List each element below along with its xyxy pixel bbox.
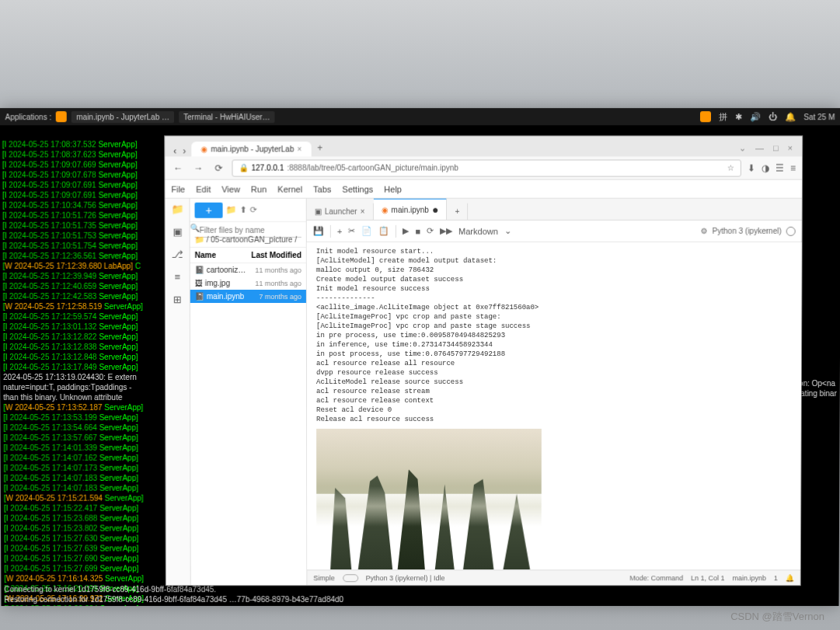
jupyter-menubar: FileEditViewRunKernelTabsSettingsHelp (165, 180, 802, 199)
lock-icon: 🔒 (239, 163, 248, 172)
menu-settings[interactable]: Settings (342, 184, 373, 193)
menu-view[interactable]: View (221, 184, 240, 193)
file-browser: + 📁 ⬆ ⟳ 🔍 📁 / 05-cartoonGAN_picture / Na… (190, 199, 307, 586)
modified-column-header[interactable]: Last Modified (251, 251, 301, 259)
menu-kernel[interactable]: Kernel (277, 184, 302, 193)
cut-icon[interactable]: ✂ (348, 226, 355, 236)
new-tab-button[interactable]: + (311, 139, 329, 156)
taskbar-item-terminal[interactable]: Terminal - HwHiAIUser… (179, 111, 274, 123)
nav-back-icon[interactable]: ← (171, 162, 185, 173)
chevron-down-icon[interactable]: ⌄ (504, 226, 511, 236)
tab-label: main.ipynb (391, 205, 428, 214)
menu-tabs[interactable]: Tabs (313, 184, 331, 193)
power-icon[interactable]: ⏻ (769, 112, 777, 121)
browser-toolbar: ← → ⟳ 🔒 127.0.0.1 :8888/lab/tree/05-cart… (165, 156, 802, 179)
window-chevron-icon[interactable]: ⌄ (739, 143, 746, 153)
close-icon[interactable]: × (361, 207, 365, 216)
file-modified: 11 months ago (255, 266, 301, 273)
file-name: cartooniz… (207, 266, 246, 274)
search-icon: 🔍 (190, 224, 298, 232)
menu-icon[interactable]: ≡ (790, 162, 796, 173)
document-tabs: ▣Launcher×◉main.ipynb●+ (307, 199, 802, 221)
extensions-icon[interactable]: ☰ (776, 162, 784, 173)
url-bar[interactable]: 🔒 127.0.0.1 :8888/lab/tree/05-cartoonGAN… (232, 159, 741, 176)
stop-icon[interactable]: ■ (415, 226, 420, 235)
upload-icon[interactable]: ⬆ (240, 205, 247, 215)
clock[interactable]: Sat 25 M (803, 113, 835, 121)
new-launcher-button[interactable]: + (194, 202, 222, 218)
mode-indicator: Mode: Command (629, 574, 683, 582)
ime-indicator[interactable]: 拼 (719, 111, 727, 123)
new-folder-icon[interactable]: 📁 (226, 205, 237, 215)
simple-toggle[interactable]: Simple (313, 574, 334, 582)
photo-background: Applications : main.ipynb - JupyterLab …… (0, 0, 840, 630)
close-window-icon[interactable]: × (788, 143, 793, 153)
menu-edit[interactable]: Edit (196, 184, 211, 193)
file-name: img.jpg (205, 279, 230, 287)
main-area: ▣Launcher×◉main.ipynb●+ 💾 + ✂ 📄 📋 ▶ ■ ⟳ … (307, 199, 802, 586)
account-icon[interactable]: ◑ (762, 162, 769, 173)
save-icon[interactable]: 💾 (313, 226, 324, 236)
extension-icon[interactable]: ⊞ (173, 294, 182, 305)
document-tab[interactable]: ◉main.ipynb● (373, 199, 447, 220)
desktop-top-panel: Applications : main.ipynb - JupyterLab …… (0, 108, 840, 125)
kernel-switch-icon[interactable]: ⚙ (701, 227, 708, 235)
activity-bar: 📁 ▣ ⎇ ≡ ⊞ (165, 199, 190, 586)
menu-help[interactable]: Help (384, 184, 402, 193)
close-icon[interactable]: × (297, 144, 301, 153)
taskbar-item-jupyter[interactable]: main.ipynb - JupyterLab … (71, 111, 174, 123)
file-row[interactable]: 🖼img.jpg11 months ago (190, 277, 306, 290)
notebook-content[interactable]: Init model resource start... [AclLiteMod… (307, 242, 802, 569)
copy-icon[interactable]: 📄 (361, 226, 372, 236)
paste-icon[interactable]: 📋 (378, 226, 389, 236)
kernel-name[interactable]: Python 3 (ipykernel) (713, 227, 782, 235)
menu-file[interactable]: File (171, 184, 185, 193)
firefox-icon[interactable] (56, 111, 67, 122)
git-icon[interactable]: ⎇ (172, 249, 183, 260)
file-list-header: Name Last Modified (190, 248, 306, 263)
browser-back-icon[interactable]: ‹ (173, 145, 177, 156)
running-icon[interactable]: ▣ (173, 226, 182, 238)
file-row[interactable]: 📓cartooniz…11 months ago (190, 263, 306, 277)
folder-icon: 📁 (195, 235, 204, 244)
new-tab-button[interactable]: + (447, 204, 468, 220)
minimize-icon[interactable]: — (755, 143, 764, 153)
file-name: main.ipynb (207, 292, 244, 301)
filename-indicator: main.ipynb (732, 574, 765, 582)
kernel-status-text: Python 3 (ipykernel) | Idle (366, 574, 445, 582)
add-cell-icon[interactable]: + (337, 226, 342, 235)
applications-menu[interactable]: Applications : (5, 113, 52, 121)
maximize-icon[interactable]: □ (773, 143, 779, 153)
notebook-toolbar: 💾 + ✂ 📄 📋 ▶ ■ ⟳ ▶▶ Markdown ⌄ ⚙ Python 3 (307, 221, 802, 242)
bookmark-icon[interactable]: ☆ (727, 163, 734, 172)
nav-forward-icon[interactable]: → (191, 162, 205, 173)
download-icon[interactable]: ⬇ (748, 162, 755, 173)
run-all-icon[interactable]: ▶▶ (440, 226, 452, 236)
bluetooth-icon[interactable]: ✱ (735, 112, 742, 122)
refresh-icon[interactable]: ⟳ (250, 205, 257, 215)
browser-forward-icon[interactable]: › (182, 145, 186, 156)
document-tab[interactable]: ▣Launcher× (307, 204, 374, 220)
notebook-icon: ◉ (381, 205, 388, 214)
name-column-header[interactable]: Name (195, 251, 216, 259)
breadcrumb[interactable]: 📁 / 05-cartoonGAN_picture / (190, 232, 306, 248)
notification-bell-icon[interactable]: 🔔 (786, 574, 794, 582)
reload-icon[interactable]: ⟳ (211, 162, 225, 173)
browser-tab[interactable]: ◉ main.ipynb - JupyterLab × (191, 141, 311, 156)
cursor-position: Ln 1, Col 1 (691, 574, 724, 582)
folder-icon[interactable]: 📁 (171, 204, 183, 215)
restart-icon[interactable]: ⟳ (427, 226, 434, 236)
toc-icon[interactable]: ≡ (174, 271, 180, 283)
cell-type-select[interactable]: Markdown (458, 226, 498, 235)
tab-label: Launcher (325, 207, 357, 216)
status-bar: Simple Python 3 (ipykernel) | Idle Mode:… (307, 569, 800, 585)
firefox-tray-icon[interactable] (700, 111, 711, 122)
watermark: CSDN @踏雪Vernon (730, 610, 824, 624)
notification-icon[interactable]: 🔔 (785, 112, 796, 122)
url-host: 127.0.0.1 (252, 163, 284, 172)
run-icon[interactable]: ▶ (403, 226, 409, 236)
volume-icon[interactable]: 🔊 (750, 112, 761, 122)
menu-run[interactable]: Run (251, 184, 267, 193)
jupyterlab-app: FileEditViewRunKernelTabsSettingsHelp 📁 … (165, 180, 802, 586)
file-row[interactable]: 📓main.ipynb7 months ago (190, 290, 306, 303)
